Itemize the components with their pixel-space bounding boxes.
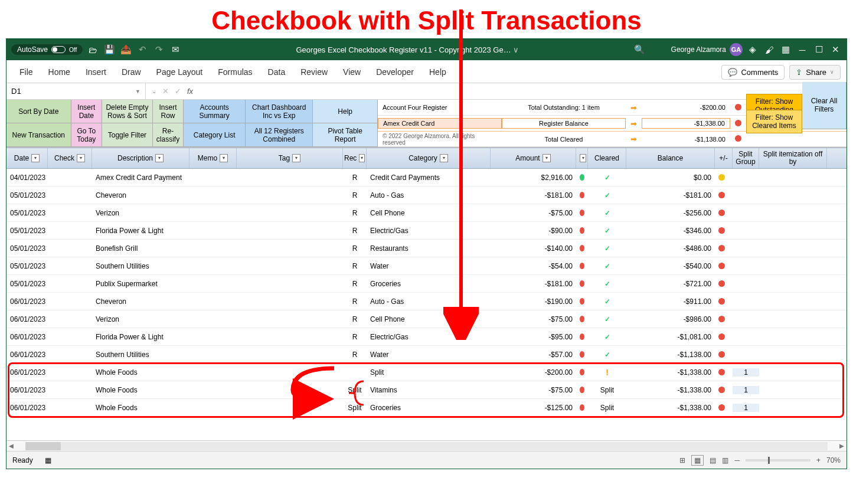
user-avatar[interactable]: GA bbox=[730, 43, 743, 56]
table-row[interactable]: 06/01/2023Whole FoodsSplitGroceries-$125… bbox=[6, 399, 847, 417]
col-header-dot[interactable]: ▾ bbox=[576, 148, 588, 168]
scrollbar-thumb[interactable] bbox=[25, 442, 61, 450]
all-registers-button[interactable]: All 12 Registers Combined bbox=[246, 123, 313, 147]
page-break-icon[interactable]: ▥ bbox=[722, 456, 728, 464]
normal-view-icon[interactable]: ▦ bbox=[691, 455, 704, 466]
account-name[interactable]: Amex Credit Card bbox=[378, 118, 502, 129]
help-button[interactable]: Help bbox=[313, 100, 378, 123]
insert-row-button[interactable]: Insert Row bbox=[153, 100, 184, 123]
col-header-tag[interactable]: Tag▾ bbox=[237, 148, 343, 168]
toggle-filter-button[interactable]: Toggle Filter bbox=[102, 123, 153, 147]
col-header-description[interactable]: Description▾ bbox=[92, 148, 189, 168]
formula-input[interactable] bbox=[199, 86, 826, 96]
ribbon-tab-home[interactable]: Home bbox=[41, 64, 77, 80]
table-row[interactable]: 06/01/2023Whole FoodsSplitVitamins-$75.0… bbox=[6, 381, 847, 399]
accounts-summary-button[interactable]: Accounts Summary bbox=[184, 100, 246, 123]
ribbon-tab-draw[interactable]: Draw bbox=[115, 64, 148, 80]
comments-button[interactable]: 💬Comments bbox=[721, 65, 785, 80]
col-header-memo[interactable]: Memo▾ bbox=[189, 148, 237, 168]
table-row[interactable]: 05/01/2023Bonefish GrillRRestaurants-$14… bbox=[6, 240, 847, 257]
redo-icon[interactable]: ↷ bbox=[152, 44, 165, 55]
col-header-cleared[interactable]: Cleared bbox=[588, 148, 626, 168]
table-row[interactable]: 05/01/2023Publix SupermarketRGroceries-$… bbox=[6, 275, 847, 293]
page-layout-icon[interactable]: ▤ bbox=[710, 456, 716, 464]
table-row[interactable]: 06/01/2023Florida Power & LightRElectric… bbox=[6, 328, 847, 346]
minimize-icon[interactable]: ─ bbox=[796, 45, 809, 55]
undo-icon[interactable]: ↶ bbox=[136, 44, 149, 55]
table-row[interactable]: 06/01/2023VerizonRCell Phone-$75.00✓-$98… bbox=[6, 310, 847, 328]
diamond-icon[interactable]: ◈ bbox=[746, 44, 759, 55]
grid-icon[interactable]: ▦ bbox=[779, 44, 792, 55]
col-header-rec[interactable]: Rec▾ bbox=[343, 148, 367, 168]
insert-date-button[interactable]: Insert Date bbox=[71, 100, 102, 123]
reclassify-button[interactable]: Re-classify bbox=[153, 123, 184, 147]
enter-fx-icon[interactable]: ✓ bbox=[175, 87, 181, 96]
ribbon-tab-view[interactable]: View bbox=[336, 64, 368, 80]
filter-dropdown-icon[interactable]: ▾ bbox=[31, 154, 40, 162]
col-header-amount[interactable]: Amount▾ bbox=[491, 148, 576, 168]
ribbon-tab-insert[interactable]: Insert bbox=[79, 64, 113, 80]
filter-dropdown-icon[interactable]: ▾ bbox=[155, 154, 164, 162]
col-header-date[interactable]: Date▾ bbox=[6, 148, 48, 168]
open-icon[interactable]: 🗁 bbox=[86, 45, 99, 55]
delete-empty-button[interactable]: Delete Empty Rows & Sort bbox=[102, 100, 153, 123]
ribbon-tab-help[interactable]: Help bbox=[422, 64, 453, 80]
table-row[interactable]: 05/01/2023Florida Power & LightRElectric… bbox=[6, 222, 847, 240]
ribbon-tab-review[interactable]: Review bbox=[293, 64, 335, 80]
scroll-left-icon[interactable]: ◄ bbox=[6, 441, 16, 450]
share-button[interactable]: ⇪Share∨ bbox=[789, 65, 841, 80]
export-icon[interactable]: 📤 bbox=[119, 44, 132, 55]
ribbon-tab-page-layout[interactable]: Page Layout bbox=[149, 64, 210, 80]
zoom-in-icon[interactable]: + bbox=[816, 456, 821, 464]
fx-dropdown[interactable]: ⌄ bbox=[152, 88, 156, 94]
goto-today-button[interactable]: Go To Today bbox=[71, 123, 102, 147]
ribbon-tab-developer[interactable]: Developer bbox=[369, 64, 421, 80]
filter-dropdown-icon[interactable]: ▾ bbox=[542, 154, 551, 162]
name-box[interactable]: D1▼ bbox=[6, 83, 146, 99]
col-header--[interactable]: +/- bbox=[715, 148, 733, 168]
search-icon[interactable]: 🔍 bbox=[633, 44, 646, 55]
category-list-button[interactable]: Category List bbox=[184, 123, 246, 147]
ribbon-tab-file[interactable]: File bbox=[12, 64, 40, 80]
filter-dropdown-icon[interactable]: ▾ bbox=[359, 154, 365, 162]
col-header-split-itemization-off-by[interactable]: Split itemization off by bbox=[759, 148, 827, 168]
cancel-fx-icon[interactable]: ✕ bbox=[162, 87, 169, 96]
ribbon-tab-data[interactable]: Data bbox=[261, 64, 293, 80]
table-row[interactable]: 05/01/2023CheveronRAuto - Gas-$181.00✓-$… bbox=[6, 186, 847, 204]
ribbon-tab-formulas[interactable]: Formulas bbox=[211, 64, 259, 80]
zoom-out-icon[interactable]: ─ bbox=[734, 456, 740, 464]
table-row[interactable]: 06/01/2023CheveronRAuto - Gas-$190.00✓-$… bbox=[6, 293, 847, 310]
table-row[interactable]: 05/01/2023Southern UtilitiesRWater-$54.0… bbox=[6, 257, 847, 275]
new-transaction-button[interactable]: New Transaction bbox=[6, 123, 71, 147]
filter-dropdown-icon[interactable]: ▾ bbox=[77, 154, 85, 162]
filter-cleared-button[interactable]: Filter: Show Cleared Items bbox=[746, 110, 802, 133]
filter-dropdown-icon[interactable]: ▾ bbox=[292, 154, 300, 162]
autosave-toggle[interactable]: AutoSave Off bbox=[11, 44, 83, 55]
col-header-balance[interactable]: Balance bbox=[626, 148, 715, 168]
user-name[interactable]: George Alzamora bbox=[671, 45, 726, 54]
filter-dropdown-icon[interactable]: ▾ bbox=[440, 154, 448, 162]
task-icon[interactable]: ✉ bbox=[169, 44, 182, 55]
fx-icon[interactable]: fx bbox=[187, 87, 193, 96]
brush-icon[interactable]: 🖌 bbox=[763, 45, 776, 55]
filter-dropdown-icon[interactable]: ▾ bbox=[220, 154, 228, 162]
zoom-slider[interactable] bbox=[746, 459, 810, 462]
table-row[interactable]: 06/01/2023Whole FoodsSplit-$200.00!-$1,3… bbox=[6, 364, 847, 381]
col-header-check[interactable]: Check▾ bbox=[48, 148, 92, 168]
horizontal-scrollbar[interactable]: ◄ ► bbox=[6, 440, 847, 451]
close-icon[interactable]: ✕ bbox=[829, 44, 842, 55]
macro-icon[interactable]: ▦ bbox=[45, 456, 51, 464]
pivot-table-button[interactable]: Pivot Table Report bbox=[313, 123, 378, 147]
sort-by-date-button[interactable]: Sort By Date bbox=[6, 100, 71, 123]
scroll-right-icon[interactable]: ► bbox=[837, 441, 847, 450]
col-header-split-group[interactable]: Split Group bbox=[733, 148, 759, 168]
col-header-category[interactable]: Category▾ bbox=[367, 148, 491, 168]
display-settings-icon[interactable]: ⊞ bbox=[679, 456, 685, 464]
table-row[interactable]: 05/01/2023VerizonRCell Phone-$75.00✓-$25… bbox=[6, 204, 847, 222]
filter-dropdown-icon[interactable]: ▾ bbox=[580, 154, 586, 162]
save-icon[interactable]: 💾 bbox=[103, 44, 116, 55]
chart-dashboard-button[interactable]: Chart Dashboard Inc vs Exp bbox=[246, 100, 313, 123]
maximize-icon[interactable]: ☐ bbox=[812, 44, 825, 55]
zoom-level[interactable]: 70% bbox=[826, 456, 841, 464]
table-row[interactable]: 04/01/2023Amex Credit Card PaymentRCredi… bbox=[6, 169, 847, 186]
